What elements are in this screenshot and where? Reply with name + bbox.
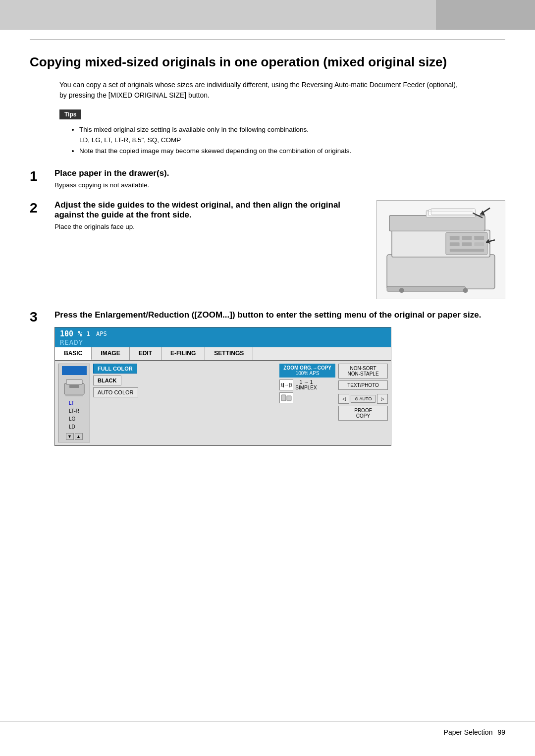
duplex-row: 1|→|1 1 → 1SIMPLEX bbox=[279, 379, 335, 390]
full-color-button[interactable]: FULL COLOR bbox=[93, 364, 137, 374]
step-2-text: Adjust the side guides to the widest ori… bbox=[54, 200, 362, 232]
paper-lt: LT bbox=[69, 399, 79, 407]
status-ready: READY bbox=[60, 338, 386, 346]
svg-rect-26 bbox=[287, 396, 291, 401]
machine-miniature: LT LT-R LG LD ▼ ▲ bbox=[58, 364, 90, 442]
proof-row: ◁ ⊙ AUTO ▷ bbox=[338, 394, 388, 404]
step-2-title: Adjust the side guides to the widest ori… bbox=[54, 200, 362, 220]
svg-point-15 bbox=[399, 288, 404, 293]
tab-basic[interactable]: BASIC bbox=[55, 347, 92, 360]
paper-list: LT LT-R LG LD bbox=[69, 399, 79, 431]
step-3: 3 Press the Enlargement/Reduction ([ZOOM… bbox=[30, 309, 505, 446]
svg-point-16 bbox=[463, 288, 468, 293]
step-3-title: Press the Enlargement/Reduction ([ZOOM..… bbox=[54, 309, 505, 321]
footer-page-number: 99 bbox=[497, 728, 505, 736]
finisher-icon bbox=[279, 392, 293, 403]
svg-rect-7 bbox=[462, 242, 472, 246]
tab-edit[interactable]: EDIT bbox=[130, 347, 161, 360]
finisher-row bbox=[279, 392, 335, 403]
step-1-title: Place paper in the drawer(s). bbox=[54, 168, 505, 178]
page-container: Copying mixed-sized originals in one ope… bbox=[0, 0, 535, 756]
copier-svg bbox=[377, 201, 505, 299]
mini-screen bbox=[62, 366, 87, 375]
auto-color-row: AUTO COLOR bbox=[93, 387, 276, 397]
bottom-divider bbox=[0, 721, 535, 721]
zoom-label: ZOOM ORG.→COPY bbox=[283, 365, 331, 371]
svg-rect-9 bbox=[450, 249, 484, 252]
paper-lt-r: LT-R bbox=[69, 407, 79, 415]
paper-lg: LG bbox=[69, 415, 79, 423]
tips-item-1: This mixed original size setting is avai… bbox=[79, 124, 505, 135]
copier-illustration bbox=[376, 200, 505, 299]
zoom-display: ZOOM ORG.→COPY 100% APS bbox=[279, 364, 335, 378]
proof-copy-button[interactable]: PROOFCOPY bbox=[338, 406, 388, 421]
top-divider bbox=[30, 40, 505, 40]
nav-right-btn[interactable]: ▷ bbox=[377, 394, 388, 404]
svg-rect-4 bbox=[462, 236, 472, 240]
zoom-value: 100% APS bbox=[296, 371, 320, 376]
scroll-up-btn[interactable]: ▲ bbox=[75, 433, 83, 440]
simplex-label: 1 → 1SIMPLEX bbox=[295, 379, 317, 390]
status-copies: 1 bbox=[86, 330, 90, 337]
step-1: 1 Place paper in the drawer(s). Bypass c… bbox=[30, 168, 505, 190]
svg-rect-8 bbox=[474, 242, 484, 246]
tab-row: BASIC IMAGE EDIT E-FILING SETTINGS bbox=[55, 347, 391, 361]
mini-copier-svg bbox=[62, 378, 86, 397]
text-photo-button[interactable]: TEXT/PHOTO bbox=[338, 380, 388, 390]
step-3-number: 3 bbox=[30, 310, 54, 324]
auto-icon: ⊙ bbox=[355, 396, 359, 401]
right-controls: NON-SORTNON-STAPLE TEXT/PHOTO ◁ ⊙ AUTO ▷ bbox=[338, 364, 388, 442]
svg-rect-23 bbox=[65, 394, 83, 396]
step-2-content: Adjust the side guides to the widest ori… bbox=[54, 200, 505, 299]
svg-rect-10 bbox=[389, 216, 485, 231]
black-button[interactable]: BLACK bbox=[93, 376, 121, 385]
ui-panel: 100 % 1 APS READY BASIC IMAGE EDIT E-FIL… bbox=[54, 327, 391, 446]
svg-rect-22 bbox=[66, 379, 82, 384]
content-area: Copying mixed-sized originals in one ope… bbox=[0, 0, 535, 486]
footer: Paper Selection 99 bbox=[444, 728, 505, 736]
step-2-sub: Place the originals face up. bbox=[54, 222, 362, 232]
main-heading: Copying mixed-sized originals in one ope… bbox=[30, 54, 505, 71]
paper-ld: LD bbox=[69, 423, 79, 431]
svg-rect-25 bbox=[281, 395, 286, 401]
nav-left-btn[interactable]: ◁ bbox=[338, 394, 349, 404]
tips-box: Tips bbox=[59, 109, 81, 119]
step-1-number: 1 bbox=[30, 169, 54, 183]
black-row: BLACK bbox=[93, 376, 276, 385]
zoom-area: ZOOM ORG.→COPY 100% APS 1|→|1 1 → 1SIMPL… bbox=[279, 364, 335, 442]
tips-item-2: Note that the copied image may become sk… bbox=[79, 146, 505, 157]
svg-rect-5 bbox=[474, 236, 484, 240]
panel-status-bar: 100 % 1 APS READY bbox=[55, 327, 391, 347]
panel-body: LT LT-R LG LD ▼ ▲ bbox=[55, 361, 391, 445]
svg-rect-24 bbox=[69, 385, 79, 388]
non-sort-button[interactable]: NON-SORTNON-STAPLE bbox=[338, 364, 388, 378]
status-aps: APS bbox=[96, 330, 107, 337]
step-2-inner: Adjust the side guides to the widest ori… bbox=[54, 200, 505, 299]
status-row: 100 % 1 APS bbox=[60, 329, 386, 338]
tab-efiling[interactable]: E-FILING bbox=[161, 347, 205, 360]
footer-section: Paper Selection bbox=[444, 728, 493, 736]
step-3-content: Press the Enlargement/Reduction ([ZOOM..… bbox=[54, 309, 505, 446]
intro-text: You can copy a set of originals whose si… bbox=[59, 80, 466, 101]
step-2: 2 Adjust the side guides to the widest o… bbox=[30, 200, 505, 299]
step-2-number: 2 bbox=[30, 201, 54, 215]
svg-rect-0 bbox=[387, 255, 495, 289]
tab-image[interactable]: IMAGE bbox=[92, 347, 129, 360]
scroll-down-btn[interactable]: ▼ bbox=[66, 433, 74, 440]
center-controls: FULL COLOR BLACK AUTO COLOR bbox=[93, 364, 276, 442]
step-1-content: Place paper in the drawer(s). Bypass cop… bbox=[54, 168, 505, 190]
svg-rect-3 bbox=[450, 236, 460, 240]
svg-rect-13 bbox=[431, 209, 475, 215]
top-bar-accent bbox=[436, 0, 535, 30]
auto-color-button[interactable]: AUTO COLOR bbox=[93, 387, 138, 397]
tab-settings[interactable]: SETTINGS bbox=[205, 347, 253, 360]
status-percent: 100 % bbox=[60, 329, 82, 338]
auto-label: AUTO bbox=[360, 396, 372, 401]
svg-rect-6 bbox=[450, 242, 460, 246]
color-row: FULL COLOR bbox=[93, 364, 276, 374]
tips-list: This mixed original size setting is avai… bbox=[69, 124, 505, 157]
step-1-sub: Bypass copying is not available. bbox=[54, 180, 505, 190]
tips-item-1-sub: LD, LG, LT, LT-R, 8.5", SQ, COMP bbox=[79, 135, 505, 146]
auto-btn[interactable]: ⊙ AUTO bbox=[351, 395, 375, 403]
duplex-icon-1: 1|→|1 bbox=[279, 379, 293, 390]
